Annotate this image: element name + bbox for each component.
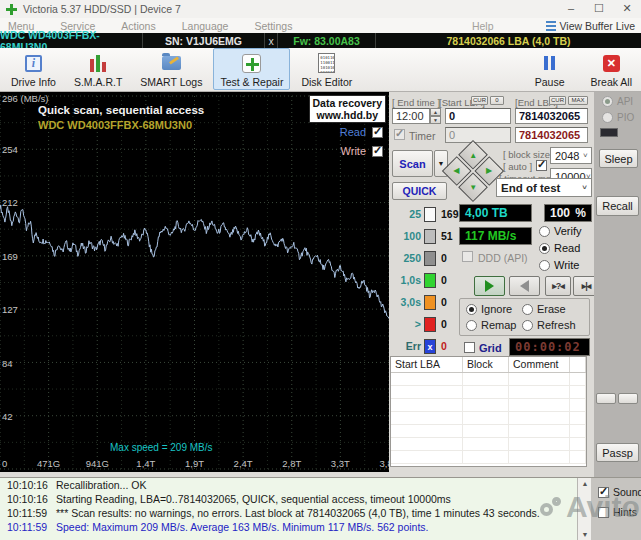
counter-250: 2500 bbox=[389, 248, 447, 268]
quick-button[interactable]: QUICK bbox=[392, 182, 447, 200]
start-lba-input[interactable]: 0 bbox=[445, 108, 511, 124]
defect-table[interactable]: Start LBABlockComment bbox=[390, 356, 587, 467]
hints-checkbox[interactable]: Hints bbox=[598, 506, 637, 518]
x-tick: 941G bbox=[77, 458, 117, 469]
drive-info-button[interactable]: i Drive Info bbox=[4, 48, 63, 90]
scroll-down-icon[interactable]: ▼ bbox=[578, 529, 592, 540]
green-cross-icon bbox=[242, 54, 261, 73]
log-output[interactable]: 10:10:16Recallibration... OK10:10:16Star… bbox=[0, 478, 577, 540]
y-tick: 296 (MB/s) bbox=[2, 93, 48, 104]
radio-refresh[interactable]: Refresh bbox=[522, 319, 576, 331]
pio-radio[interactable]: PIO bbox=[602, 112, 634, 123]
log-line: 10:11:59Speed: Maximum 209 MB/s. Average… bbox=[0, 520, 577, 534]
auto-label: [ auto ] bbox=[503, 161, 532, 172]
mini-button-2[interactable] bbox=[618, 393, 638, 404]
block-size-combo[interactable]: 2048˅ bbox=[550, 147, 592, 164]
end-of-test-combo[interactable]: End of test˅ bbox=[496, 178, 592, 197]
counter-30s: 3,0s0 bbox=[389, 292, 447, 312]
speed-line bbox=[0, 205, 389, 318]
y-tick: 84 bbox=[2, 358, 13, 369]
timer-checkbox[interactable] bbox=[394, 129, 405, 140]
radio-erase[interactable]: Erase bbox=[522, 303, 566, 315]
close-button[interactable]: ✕ bbox=[613, 0, 641, 18]
graph-plot bbox=[0, 92, 389, 472]
pause-icon bbox=[544, 56, 555, 70]
device-model[interactable]: WDC WD4003FFBX-68MU3N0 bbox=[0, 33, 143, 48]
start-button[interactable] bbox=[474, 276, 505, 296]
back-button[interactable] bbox=[509, 276, 540, 296]
menu-language[interactable]: Language bbox=[182, 20, 229, 32]
smart-bars-icon bbox=[90, 55, 106, 72]
drive-info-icon: i bbox=[25, 55, 42, 72]
radio-verify[interactable]: Verify bbox=[539, 225, 582, 237]
disk-editor-button[interactable]: 010110 110011 101010 010011 Disk Editor bbox=[294, 48, 359, 90]
read-checkbox[interactable] bbox=[372, 127, 383, 138]
minimize-button[interactable]: – bbox=[557, 0, 585, 18]
max-speed-annotation: Max speed = 209 MB/s bbox=[110, 442, 213, 453]
log-side-panel: Sound Hints bbox=[591, 478, 641, 540]
x-tick: 0 bbox=[2, 458, 7, 469]
column-header-start-lba[interactable]: Start LBA bbox=[391, 357, 463, 372]
ddd-label: DDD (API) bbox=[478, 252, 528, 264]
pause-button[interactable]: Pause bbox=[528, 48, 572, 90]
app-logo-icon bbox=[6, 4, 17, 15]
end-time-spinner[interactable]: ▲▼ bbox=[430, 108, 441, 124]
break-all-button[interactable]: ✕ Break All bbox=[584, 48, 639, 90]
counter-swatch bbox=[424, 317, 436, 332]
x-tick: 471G bbox=[29, 458, 69, 469]
counter->: >0 bbox=[389, 314, 447, 334]
counter-swatch: x bbox=[424, 339, 436, 354]
device-tab-close[interactable]: x bbox=[265, 33, 278, 48]
y-tick: 169 bbox=[2, 251, 18, 262]
table-row bbox=[391, 425, 586, 438]
y-tick: 42 bbox=[2, 411, 13, 422]
end-time-input[interactable]: 12:00 bbox=[392, 108, 430, 124]
write-checkbox[interactable] bbox=[372, 146, 383, 157]
api-radio[interactable]: API bbox=[602, 96, 633, 107]
sound-checkbox[interactable]: Sound bbox=[598, 486, 641, 498]
seek-test-button[interactable]: ▸?◂ bbox=[545, 276, 571, 296]
legend-write: Write bbox=[340, 145, 383, 157]
table-row bbox=[391, 438, 586, 451]
table-row bbox=[391, 373, 586, 386]
scan-button[interactable]: Scan bbox=[392, 150, 433, 177]
end-lba-max-button[interactable]: MAX bbox=[568, 96, 588, 105]
ddd-checkbox[interactable] bbox=[462, 251, 473, 262]
device-capacity: 7814032066 LBA (4,0 TB) bbox=[376, 33, 641, 48]
table-row bbox=[391, 386, 586, 399]
y-tick: 127 bbox=[2, 304, 18, 315]
device-serial: SN: V1JU6EMG bbox=[143, 33, 265, 48]
radio-ignore[interactable]: Ignore bbox=[466, 303, 512, 315]
start-lba-cur-button[interactable]: CUR bbox=[471, 96, 488, 105]
sleep-button[interactable]: Sleep bbox=[599, 149, 638, 168]
radio-read[interactable]: Read bbox=[539, 242, 580, 254]
radio-remap[interactable]: Remap bbox=[466, 319, 516, 331]
view-buffer-live-button[interactable]: View Buffer Live bbox=[546, 20, 636, 32]
counter-100: 10051 bbox=[389, 226, 453, 246]
log-scrollbar[interactable]: ▲ ▼ bbox=[577, 478, 591, 540]
progress-display: 100% bbox=[544, 204, 592, 222]
menu-help[interactable]: Help bbox=[472, 20, 494, 32]
column-header-comment[interactable]: Comment bbox=[509, 357, 570, 372]
passp-button[interactable]: Passp bbox=[596, 443, 639, 462]
scroll-up-icon[interactable]: ▲ bbox=[578, 478, 592, 490]
column-header-block[interactable]: Block bbox=[463, 357, 509, 372]
start-lba-zero-button[interactable]: 0 bbox=[490, 96, 504, 105]
menu-settings[interactable]: Settings bbox=[254, 20, 292, 32]
end-lba-input[interactable]: 7814032065 bbox=[515, 108, 588, 124]
recall-button[interactable]: Recall bbox=[596, 196, 639, 216]
grid-checkbox[interactable] bbox=[464, 342, 475, 353]
auto-checkbox[interactable] bbox=[536, 160, 547, 171]
counter-swatch bbox=[424, 207, 436, 222]
end-lba-cur-button[interactable]: CUR bbox=[549, 96, 566, 105]
test-repair-button[interactable]: Test & Repair bbox=[213, 48, 290, 90]
radio-write[interactable]: Write bbox=[539, 259, 579, 271]
graph-legend: ReadWrite bbox=[340, 126, 383, 164]
smart-button[interactable]: S.M.A.R.T bbox=[67, 48, 129, 90]
smart-logs-button[interactable]: SMART Logs bbox=[133, 48, 209, 90]
mini-button-1[interactable] bbox=[596, 393, 616, 404]
defect-action-group: IgnoreEraseRemapRefresh bbox=[459, 298, 590, 336]
maximize-button[interactable]: ☐ bbox=[585, 0, 613, 18]
folder-icon bbox=[162, 56, 181, 70]
capacity-display: 4,00 TB bbox=[459, 204, 532, 222]
